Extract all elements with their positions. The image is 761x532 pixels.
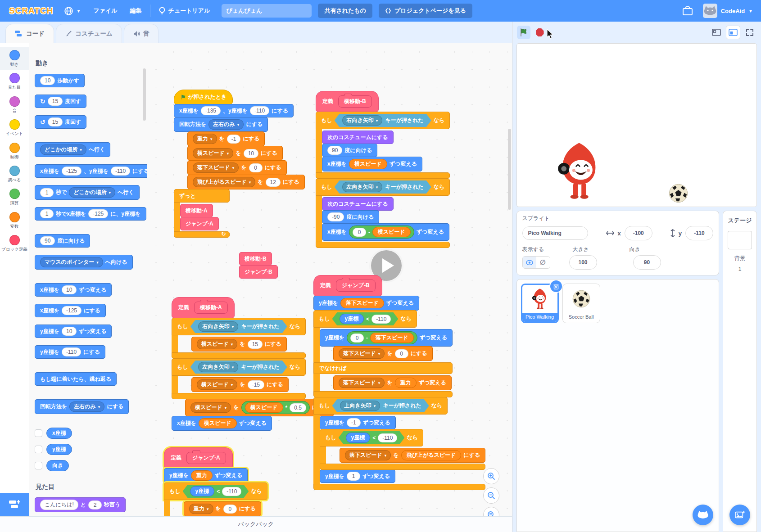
script-stack[interactable]: ⚑が押されたときx座標を-135、y座標を-110にする回転方法を左右のみ▾にす… (174, 90, 305, 238)
value-input[interactable]: -110 (62, 347, 81, 356)
dropdown-field[interactable]: どこかの場所▾ (40, 144, 86, 155)
custom-block-prototype[interactable]: ジャンプ-A (186, 452, 226, 464)
category-ブロック定義[interactable]: ブロック定義 (0, 232, 29, 255)
script-stack[interactable]: 定義横移動-Bもし右向き矢印▾キーが押されたなら次のコスチュームにする90度に向… (316, 91, 450, 248)
value-input[interactable]: -90 (327, 212, 344, 221)
variable-reporter[interactable]: 横スピード (245, 402, 283, 413)
large-stage-button[interactable] (726, 26, 740, 39)
value-input[interactable]: -1 (347, 418, 361, 427)
variables-block[interactable]: 落下スピード▾を0にする (187, 160, 287, 175)
motion-block[interactable]: 10歩動かす (35, 74, 85, 87)
value-input[interactable]: 0 (353, 228, 366, 237)
motion-block[interactable]: 回転方法を左右のみ▾にする (174, 117, 268, 132)
motion-block[interactable]: y座標を-1ずつ変える (320, 416, 396, 429)
dropdown-field[interactable]: マウスのポインター▾ (40, 257, 103, 267)
motion-reporter[interactable]: y座標 (190, 486, 215, 496)
variables-block[interactable]: 飛び上がるスピード▾を12にする (187, 175, 305, 189)
motion-block[interactable]: y座標を-110にする (35, 345, 105, 359)
value-input[interactable]: 12 (266, 178, 281, 187)
variables-block[interactable]: 重力▾を-1にする (187, 131, 265, 146)
add-extension-button[interactable] (0, 493, 29, 516)
canvas-scrollbar[interactable] (508, 129, 511, 210)
script-stack[interactable]: 定義横移動-Aもし右向き矢印▾キーが押されたなら横スピード▾を15にするもし左向… (172, 297, 334, 431)
dropdown-field[interactable]: 左右のみ▾ (69, 401, 104, 412)
myblocks-block[interactable]: 横移動-A (180, 204, 213, 217)
value-input[interactable]: -1 (227, 135, 241, 144)
scratch-logo[interactable]: SCRATCH (5, 6, 57, 16)
control-c-block[interactable]: もし左向き矢印▾キーが押されたなら次のコスチュームにする-90度に向けるx座標を… (316, 178, 450, 248)
zoom-reset-button[interactable] (483, 507, 499, 516)
account-menu[interactable]: CodeAid ▼ (700, 4, 756, 18)
tutorials-button[interactable]: チュートリアル (153, 0, 216, 22)
motion-block[interactable]: x座標を横スピードずつ変える (322, 157, 422, 171)
looks-block[interactable]: 次のコスチュームにする (322, 131, 394, 144)
value-input[interactable]: -125 (88, 209, 108, 218)
checkbox[interactable] (35, 446, 42, 453)
variables-block[interactable]: 横スピード▾を横スピード*0.5にする (185, 399, 334, 416)
motion-reporter[interactable]: y座標 (346, 433, 371, 443)
value-input[interactable]: 0 (249, 163, 263, 172)
reporter-block[interactable]: y座標 (46, 444, 72, 455)
variable-reporter[interactable]: 横スピード (372, 227, 411, 237)
value-input[interactable]: -15 (248, 380, 264, 389)
tab-code[interactable]: コード (5, 24, 54, 43)
motion-block[interactable]: y座標を0-落下スピードずつ変える (320, 329, 453, 347)
motion-block[interactable]: 回転方法を左右のみ▾にする (35, 399, 129, 414)
define-hat-block[interactable]: 定義ジャンプ-B (313, 275, 382, 296)
define-hat-block[interactable]: 定義横移動-A (172, 297, 235, 318)
control-c-block[interactable]: もし上向き矢印▾キーが押されたならy座標を-1ずつ変えるもしy座標<-110なら… (313, 397, 485, 490)
script-stack[interactable]: 定義ジャンプ-By座標を落下スピードずつ変えるもしy座標<-110ならy座標を0… (313, 275, 485, 490)
value-input[interactable]: 1 (40, 209, 54, 218)
motion-block[interactable]: x座標を-135、y座標を-110にする (174, 104, 294, 117)
dropdown-field[interactable]: 落下スピード▾ (339, 378, 385, 388)
control-c-block[interactable]: もしy座標<-110なら落下スピード▾を飛び上がるスピードにする (320, 429, 485, 470)
control-c-block[interactable]: もし右向き矢印▾キーが押されたなら横スピード▾を15にする (172, 318, 306, 359)
sensing-condition-block[interactable]: 右向き矢印▾キーが押された (335, 114, 431, 127)
sprite-name-input[interactable] (522, 226, 588, 240)
dropdown-field[interactable]: どこかの場所▾ (69, 187, 115, 198)
operator-block[interactable]: y座標<-110 (339, 431, 405, 444)
add-sprite-button[interactable] (693, 505, 713, 525)
value-input[interactable]: 0 (223, 505, 237, 514)
fullscreen-button[interactable] (743, 26, 756, 39)
hide-sprite-button[interactable]: ∅ (536, 257, 550, 268)
dropdown-field[interactable]: 右向き矢印▾ (342, 115, 383, 126)
motion-reporter[interactable]: y座標 (340, 314, 364, 324)
control-c-block[interactable]: もし左向き矢印▾キーが押されたなら横スピード▾を-15にする (172, 358, 306, 399)
category-見た目[interactable]: 見た目 (0, 70, 29, 93)
value-input[interactable]: 2 (88, 500, 102, 509)
control-c-block[interactable]: もし右向き矢印▾キーが押されたなら次のコスチュームにする90度に向けるx座標を横… (316, 112, 450, 179)
sprite-direction-input[interactable] (633, 255, 661, 270)
control-c-block[interactable]: もしy座標<-110なら重力▾を0にする (164, 482, 267, 516)
value-input[interactable]: -125 (62, 306, 82, 315)
custom-block-prototype[interactable]: ジャンプ-B (336, 280, 376, 292)
dropdown-field[interactable]: 飛び上がるスピード▾ (193, 177, 255, 187)
looks-block[interactable]: こんにちは!と2秒言う (35, 497, 126, 512)
sensing-condition-block[interactable]: 左向き矢印▾キーが押された (335, 180, 431, 194)
dropdown-field[interactable]: 左向き矢印▾ (198, 362, 239, 372)
shared-status-button[interactable]: 共有されたもの (318, 4, 372, 18)
variables-block[interactable]: 横スピード▾を-15にする (191, 377, 289, 392)
category-制御[interactable]: 制御 (0, 140, 29, 162)
backpack-folder-icon[interactable] (677, 6, 698, 16)
code-canvas[interactable]: ⚑が押されたときx座標を-135、y座標を-110にする回転方法を左右のみ▾にす… (147, 43, 512, 516)
sensing-condition-block[interactable]: 右向き矢印▾キーが押された (190, 320, 287, 333)
value-input[interactable]: 15 (248, 340, 263, 349)
variables-block[interactable]: 落下スピード▾を飛び上がるスピードにする (340, 448, 485, 463)
backdrop-thumbnail[interactable] (728, 231, 752, 249)
stop-button[interactable] (533, 26, 547, 39)
motion-block[interactable]: x座標を10ずつ変える (35, 283, 112, 297)
small-stage-button[interactable] (710, 26, 723, 39)
language-selector[interactable]: ▼ (59, 0, 86, 22)
operator-block[interactable]: y座標<-110 (183, 485, 249, 498)
value-input[interactable]: -110 (378, 433, 397, 442)
dropdown-field[interactable]: 横スピード▾ (197, 379, 237, 390)
motion-block[interactable]: 1秒でどこかの場所▾へ行く (35, 185, 140, 200)
value-input[interactable]: 0.5 (290, 403, 306, 412)
add-backdrop-button[interactable] (729, 505, 750, 525)
stage-sprite-soccer-ball[interactable] (668, 183, 689, 203)
variable-reporter[interactable]: 重力 (395, 378, 417, 388)
variables-block[interactable]: 落下スピード▾を0にする (333, 346, 433, 361)
delete-sprite-button[interactable] (549, 280, 563, 293)
operator-block[interactable]: y座標<-110 (332, 312, 399, 325)
